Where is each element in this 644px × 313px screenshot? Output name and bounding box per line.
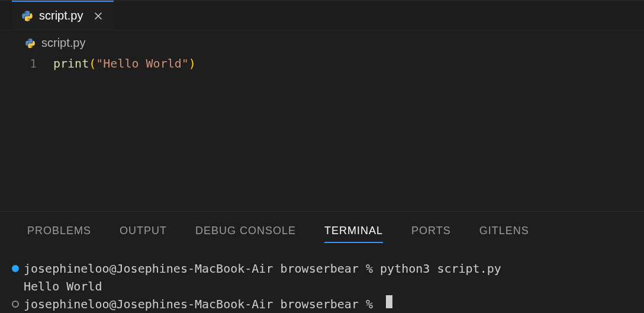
terminal-line: Hello World: [12, 277, 632, 295]
token-function: print: [53, 56, 89, 71]
python-icon: [21, 10, 33, 22]
bottom-panel: PROBLEMS OUTPUT DEBUG CONSOLE TERMINAL P…: [0, 211, 644, 313]
close-icon[interactable]: [94, 11, 103, 21]
tab-problems[interactable]: PROBLEMS: [27, 225, 91, 243]
panel-tab-bar: PROBLEMS OUTPUT DEBUG CONSOLE TERMINAL P…: [0, 225, 644, 249]
token-paren-close: ): [189, 56, 196, 71]
terminal-line: josephineloo@Josephines-MacBook-Air brow…: [12, 260, 632, 277]
token-string: "Hello World": [96, 56, 189, 71]
tab-script-py[interactable]: script.py: [12, 1, 114, 30]
tab-bar: script.py: [0, 1, 644, 30]
tab-output[interactable]: OUTPUT: [120, 225, 167, 243]
python-icon: [25, 38, 36, 49]
code-line-1[interactable]: print("Hello World"): [53, 55, 196, 72]
editor-window: script.py script.py 1 print("Hello World…: [0, 0, 644, 313]
tab-ports[interactable]: PORTS: [411, 225, 451, 243]
breadcrumb-filename: script.py: [41, 36, 85, 50]
terminal-view[interactable]: josephineloo@Josephines-MacBook-Air brow…: [0, 249, 644, 313]
terminal-text: Hello World: [24, 277, 102, 295]
prompt-dot-icon: [12, 265, 19, 272]
tab-filename: script.py: [39, 9, 83, 23]
editor-empty-area[interactable]: [0, 72, 644, 211]
prompt-dot-icon: [12, 301, 19, 308]
terminal-cursor: [386, 295, 392, 308]
line-number-gutter: 1: [0, 55, 53, 72]
terminal-line: josephineloo@Josephines-MacBook-Air brow…: [12, 295, 632, 313]
tab-gitlens[interactable]: GITLENS: [479, 225, 529, 243]
code-editor[interactable]: 1 print("Hello World"): [0, 52, 644, 72]
token-paren-open: (: [89, 56, 96, 71]
terminal-text: josephineloo@Josephines-MacBook-Air brow…: [24, 295, 380, 313]
tab-terminal[interactable]: TERMINAL: [324, 225, 383, 243]
breadcrumb: script.py: [0, 30, 644, 52]
terminal-text: josephineloo@Josephines-MacBook-Air brow…: [24, 260, 501, 277]
tab-debug-console[interactable]: DEBUG CONSOLE: [195, 225, 296, 243]
line-number: 1: [0, 55, 37, 72]
